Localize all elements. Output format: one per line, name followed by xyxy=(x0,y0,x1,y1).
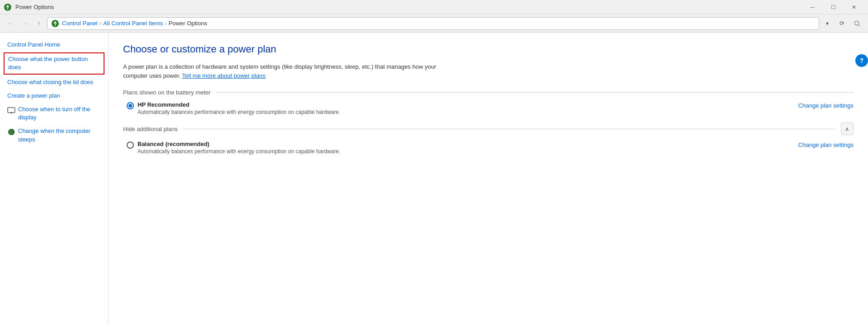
radio-balanced[interactable] xyxy=(127,141,134,149)
collapse-plans-button[interactable]: ∧ xyxy=(841,122,854,135)
description: A power plan is a collection of hardware… xyxy=(123,62,449,80)
svg-rect-6 xyxy=(8,108,15,113)
hide-plans-line xyxy=(183,129,835,129)
address-bar: ← → ↑ Control Panel › All Control Panel … xyxy=(0,14,868,33)
search-icon-area xyxy=(850,17,864,30)
refresh-button[interactable]: ⟳ xyxy=(835,17,848,30)
up-button[interactable]: ↑ xyxy=(33,17,45,30)
plan-row-hp: HP Recommended Automatically balances pe… xyxy=(123,101,854,115)
help-button[interactable]: ? xyxy=(855,54,868,67)
back-button[interactable]: ← xyxy=(4,17,16,30)
app-icon xyxy=(4,3,12,11)
main-content: Choose or customize a power plan A power… xyxy=(109,33,868,325)
svg-line-5 xyxy=(859,24,860,26)
plan-balanced-desc: Automatically balances performance with … xyxy=(138,148,798,155)
tell-me-link[interactable]: Tell me more about power plans xyxy=(182,72,266,79)
page-title: Choose or customize a power plan xyxy=(123,43,854,55)
change-plan-hp-link[interactable]: Change plan settings xyxy=(798,101,854,109)
battery-section-header: Plans shown on the battery meter xyxy=(123,89,854,96)
title-bar: Power Options ─ ☐ ✕ xyxy=(0,0,868,14)
hide-plans-header: Hide additional plans ∧ xyxy=(123,122,854,135)
battery-section-label: Plans shown on the battery meter xyxy=(123,89,211,96)
maximize-button[interactable]: ☐ xyxy=(823,0,844,14)
plan-row-balanced: Balanced (recommended) Automatically bal… xyxy=(123,141,854,155)
sidebar-item-turn-off-display[interactable]: Choose when to turn off the display xyxy=(0,103,108,124)
address-right-controls: ▾ ⟳ xyxy=(821,17,864,30)
breadcrumb-all-items[interactable]: All Control Panel Items xyxy=(103,20,163,27)
minimize-button[interactable]: ─ xyxy=(802,0,823,14)
forward-button[interactable]: → xyxy=(18,17,31,30)
window-controls: ─ ☐ ✕ xyxy=(802,0,864,14)
radio-hp-recommended[interactable] xyxy=(127,102,134,109)
plan-hp-name: HP Recommended xyxy=(138,101,798,108)
battery-section-line xyxy=(216,92,854,93)
sidebar-item-power-button[interactable]: Choose what the power button does xyxy=(4,52,104,74)
change-plan-balanced-link[interactable]: Change plan settings xyxy=(798,141,854,148)
window-body: Control Panel Home Choose what the power… xyxy=(0,33,868,325)
sidebar-item-home[interactable]: Control Panel Home xyxy=(0,38,108,52)
address-dropdown-button[interactable]: ▾ xyxy=(821,17,834,30)
plan-hp-info: HP Recommended Automatically balances pe… xyxy=(138,101,798,115)
hide-plans-section: Hide additional plans ∧ Balanced (recomm… xyxy=(123,122,854,155)
sidebar-item-create-plan[interactable]: Create a power plan xyxy=(0,89,108,103)
hide-plans-label: Hide additional plans xyxy=(123,126,178,132)
sidebar-item-closing-lid[interactable]: Choose what closing the lid does xyxy=(0,75,108,89)
address-field[interactable]: Control Panel › All Control Panel Items … xyxy=(47,17,819,30)
breadcrumb-power-options: Power Options xyxy=(169,20,207,27)
plan-hp-desc: Automatically balances performance with … xyxy=(138,109,798,115)
sidebar-item-computer-sleeps[interactable]: Change when the computer sleeps xyxy=(0,124,108,146)
plan-balanced-info: Balanced (recommended) Automatically bal… xyxy=(138,141,798,155)
breadcrumb-control-panel[interactable]: Control Panel xyxy=(62,20,98,27)
plan-balanced-name: Balanced (recommended) xyxy=(138,141,798,147)
svg-point-4 xyxy=(855,21,859,25)
window-title: Power Options xyxy=(15,4,802,10)
close-button[interactable]: ✕ xyxy=(844,0,864,14)
sidebar: Control Panel Home Choose what the power… xyxy=(0,33,109,325)
